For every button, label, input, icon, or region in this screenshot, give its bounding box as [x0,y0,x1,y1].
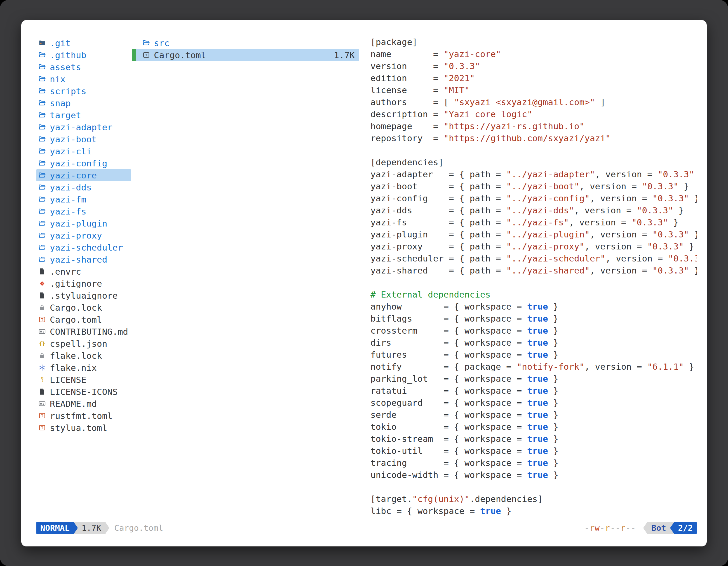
preview-line [370,145,697,157]
file-label: stylua.toml [50,423,107,433]
preview-line: yazi-adapter = { path = "../yazi-adapter… [370,169,697,181]
file-row[interactable]: .github [36,49,131,61]
license-icon [37,375,46,384]
preview-line: authors = [ "sxyazi <sxyazi@gmail.com>" … [370,97,697,109]
file-row[interactable]: LICENSE-ICONS [36,386,131,398]
folder-icon [37,207,46,216]
file-row[interactable]: yazi-fs [36,205,131,217]
file-row[interactable]: .git [36,37,131,49]
file-icon [37,267,46,276]
preview-line: edition = "2021" [370,73,697,85]
file-label: nix [50,74,65,84]
file-label: scripts [50,86,86,96]
file-label: src [154,38,170,48]
powerline-separator [670,522,674,534]
file-row[interactable]: src [132,37,359,49]
status-spacer [163,522,584,534]
preview-line: repository = "https://github.com/sxyazi/… [370,133,697,145]
file-row[interactable]: target [36,109,131,121]
desktop-background: .git.githubassetsnixscriptssnaptargetyaz… [0,0,728,566]
folder-icon [37,99,46,108]
lock-icon [37,351,46,360]
preview-line: [dependencies] [370,157,697,169]
file-row[interactable]: yazi-plugin [36,217,131,229]
folder-icon [142,39,151,48]
file-row[interactable]: Cargo.toml1.7K [132,49,359,61]
file-row[interactable]: Cargo.lock [36,301,131,313]
file-row[interactable]: .envrc [36,266,131,278]
file-row[interactable]: {}cspell.json [36,337,131,349]
file-label: yazi-adapter [50,122,112,132]
file-label: .envrc [50,267,81,277]
file-row[interactable]: flake.nix [36,361,131,373]
preview-line: [target."cfg(unix)".dependencies] [370,494,697,506]
file-label: rustfmt.toml [50,411,112,421]
preview-line: unicode-width = { workspace = true } [370,470,697,482]
file-row[interactable]: yazi-cli [36,145,131,157]
file-row[interactable]: yazi-proxy [36,229,131,241]
file-row[interactable]: flake.lock [36,349,131,361]
file-row[interactable]: yazi-scheduler [36,241,131,254]
panes-container: .git.githubassetsnixscriptssnaptargetyaz… [36,37,697,518]
markdown-icon [37,399,46,408]
file-label: yazi-fm [50,194,86,205]
file-icon [37,387,46,396]
lock-icon [37,303,46,312]
file-row[interactable]: scripts [36,85,131,97]
preview-line: yazi-dds = { path = "../yazi-dds", versi… [370,205,697,217]
toml-icon [37,423,46,432]
folder-icon [37,243,46,252]
file-row[interactable]: snap [36,97,131,109]
current-directory-pane[interactable]: srcCargo.toml1.7K [132,37,359,518]
file-row[interactable]: .gitignore [36,278,131,289]
powerline-separator [105,522,109,534]
toml-icon [37,411,46,420]
parent-directory-pane[interactable]: .git.githubassetsnixscriptssnaptargetyaz… [36,37,131,518]
file-label: snap [50,98,71,108]
file-label: CONTRIBUTING.md [50,326,128,337]
file-row[interactable]: LICENSE [36,373,131,386]
file-row[interactable]: .styluaignore [36,289,131,301]
folder-icon [37,147,46,156]
file-row[interactable]: yazi-shared [36,254,131,266]
file-size: 1.7K [334,50,359,60]
preview-line: tokio = { workspace = true } [370,422,697,434]
file-label: .styluaignore [50,290,118,300]
file-row[interactable]: assets [36,61,131,73]
preview-line: # External dependencies [370,289,697,301]
file-label: LICENSE-ICONS [50,387,118,397]
preview-line: yazi-fs = { path = "../yazi-fs", version… [370,217,697,229]
file-label: LICENSE [50,375,86,385]
file-row[interactable]: yazi-adapter [36,121,131,133]
file-row[interactable]: yazi-dds [36,181,131,193]
file-row[interactable]: CONTRIBUTING.md [36,325,131,337]
preview-line: yazi-boot = { path = "../yazi-boot", ver… [370,181,697,193]
file-label: .github [50,50,86,60]
preview-line: serde = { workspace = true } [370,410,697,422]
file-permissions: -rw-r--r-- [584,522,636,534]
file-label: Cargo.toml [154,50,206,60]
folder-icon [37,87,46,96]
file-row[interactable]: yazi-fm [36,193,131,205]
file-label: yazi-scheduler [50,243,123,253]
file-row[interactable]: README.md [36,398,131,410]
file-row[interactable]: stylua.toml [36,422,131,434]
file-label: cspell.json [50,339,107,349]
folder-icon [37,195,46,204]
file-label: flake.nix [50,363,97,373]
file-row[interactable]: yazi-config [36,157,131,169]
file-row[interactable]: yazi-core [36,169,131,181]
file-row[interactable]: rustfmt.toml [36,410,131,422]
folder-icon [37,123,46,132]
file-row[interactable]: Cargo.toml [36,313,131,325]
folder-icon [37,75,46,84]
preview-line: yazi-plugin = { path = "../yazi-plugin",… [370,229,697,241]
file-label: yazi-cli [50,146,91,156]
preview-line: dirs = { workspace = true } [370,337,697,349]
preview-line: tokio-util = { workspace = true } [370,446,697,458]
folder-icon [37,255,46,264]
preview-line: description = "Yazi core logic" [370,109,697,121]
file-row[interactable]: yazi-boot [36,133,131,145]
file-row[interactable]: nix [36,73,131,85]
powerline-separator [643,522,647,534]
